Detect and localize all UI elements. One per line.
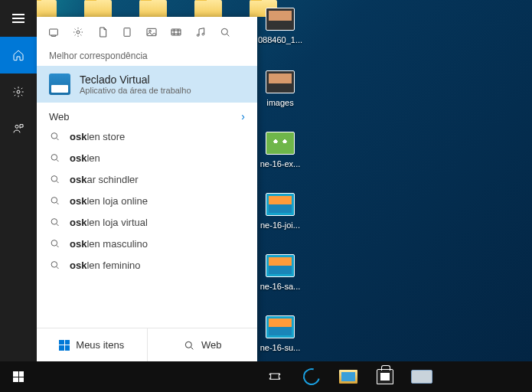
- hamburger-button[interactable]: [0, 0, 37, 37]
- desktop-icon-label: ne-16-joi...: [257, 220, 303, 230]
- svg-rect-4: [124, 28, 130, 37]
- search-icon: [49, 216, 60, 228]
- desktop-icon-label: ne-16-sa...: [257, 282, 303, 292]
- web-suggestion[interactable]: osklen store: [37, 126, 257, 147]
- desktop-icon[interactable]: images: [257, 69, 303, 108]
- web-suggestion[interactable]: osklen: [37, 147, 257, 168]
- filter-search-icon[interactable]: [214, 21, 236, 43]
- web-suggestion[interactable]: osklen masculino: [37, 233, 257, 254]
- desktop-icon[interactable]: 088460_1...: [257, 6, 303, 45]
- keyboard-icon: [411, 370, 432, 384]
- desktop-icon[interactable]: ne-16-joi...: [257, 191, 303, 230]
- file-thumb-icon: [266, 193, 295, 216]
- rail-settings-button[interactable]: [0, 74, 37, 110]
- svg-point-16: [51, 240, 57, 247]
- task-view-button[interactable]: [257, 361, 292, 392]
- task-view-icon: [269, 371, 281, 383]
- desktop-icon[interactable]: ne-16-ex...: [257, 130, 303, 169]
- rail-feedback-button[interactable]: [0, 110, 37, 147]
- tab-my-stuff[interactable]: Meus itens: [37, 328, 148, 361]
- chevron-right-icon[interactable]: ›: [241, 110, 245, 122]
- file-thumb-icon: [266, 8, 295, 31]
- home-icon: [12, 49, 24, 61]
- osk-taskbar-button[interactable]: [404, 361, 439, 392]
- desktop-icon-label: images: [257, 98, 303, 108]
- search-icon: [183, 339, 195, 351]
- file-thumb-icon: [266, 70, 295, 93]
- hamburger-icon: [12, 18, 24, 19]
- search-icon: [49, 152, 60, 164]
- desktop-icon-label: ne-16-ex...: [257, 159, 303, 169]
- suggestion-text: osklen loja online: [70, 195, 148, 207]
- suggestion-text: oskar schindler: [70, 174, 139, 185]
- web-section-header: Web ›: [37, 103, 257, 126]
- svg-point-10: [221, 28, 227, 34]
- file-thumb-icon: [266, 132, 295, 155]
- windows-logo-icon: [59, 340, 70, 351]
- edge-button[interactable]: [294, 361, 329, 392]
- filter-settings-icon[interactable]: [67, 21, 89, 43]
- search-panel: Melhor correspondência Teclado Virtual A…: [37, 17, 257, 361]
- svg-point-17: [51, 262, 57, 268]
- web-suggestion[interactable]: osklen loja virtual: [37, 211, 257, 233]
- rail-home-button[interactable]: [0, 37, 37, 74]
- svg-rect-7: [171, 29, 181, 35]
- file-explorer-button[interactable]: [331, 361, 366, 392]
- search-icon: [49, 259, 60, 271]
- file-explorer-icon: [339, 370, 357, 384]
- tab-my-stuff-label: Meus itens: [76, 339, 124, 351]
- filter-photos-icon[interactable]: [141, 21, 162, 43]
- best-match-result[interactable]: Teclado Virtual Aplicativo da área de tr…: [37, 66, 257, 103]
- web-suggestion[interactable]: osklen feminino: [37, 254, 257, 276]
- svg-rect-2: [50, 29, 58, 35]
- web-suggestion[interactable]: osklen loja online: [37, 190, 257, 211]
- filter-folders-icon[interactable]: [116, 21, 138, 43]
- filter-videos-icon[interactable]: [165, 21, 187, 43]
- search-icon: [49, 130, 60, 142]
- edge-icon: [300, 365, 323, 388]
- file-thumb-icon: [266, 315, 295, 338]
- desktop-icon[interactable]: ne-16-sa...: [257, 253, 303, 292]
- best-match-title: Teclado Virtual: [80, 74, 191, 86]
- best-match-header: Melhor correspondência: [37, 47, 257, 66]
- svg-point-14: [51, 198, 57, 204]
- filter-documents-icon[interactable]: [92, 21, 113, 43]
- svg-point-0: [17, 90, 20, 93]
- suggestion-text: osklen loja virtual: [70, 217, 148, 228]
- web-header-label: Web: [49, 111, 70, 122]
- scope-tabs: Meus itens Web: [37, 328, 257, 361]
- filter-apps-icon[interactable]: [43, 21, 64, 43]
- start-button[interactable]: [0, 361, 37, 392]
- suggestion-text: osklen: [70, 152, 100, 164]
- store-button[interactable]: [367, 361, 403, 392]
- desktop-icon[interactable]: ne-16-su...: [257, 314, 303, 353]
- best-match-subtitle: Aplicativo da área de trabalho: [80, 86, 191, 95]
- filter-bar: [37, 17, 257, 47]
- tab-web[interactable]: Web: [148, 328, 258, 361]
- search-icon: [49, 194, 60, 207]
- store-icon: [377, 369, 393, 384]
- start-left-rail: [0, 0, 37, 361]
- svg-point-3: [77, 31, 80, 34]
- taskbar: [0, 361, 532, 392]
- suggestion-text: osklen store: [70, 131, 125, 142]
- file-thumb-icon: [266, 254, 295, 277]
- svg-point-11: [51, 133, 57, 139]
- filter-music-icon[interactable]: [190, 21, 211, 43]
- svg-point-6: [149, 30, 152, 32]
- search-icon: [49, 173, 60, 185]
- tab-web-label: Web: [201, 339, 222, 351]
- svg-point-18: [185, 341, 191, 348]
- person-chat-icon: [12, 122, 24, 135]
- desktop-icon-label: ne-16-su...: [257, 343, 303, 353]
- svg-rect-19: [271, 374, 279, 379]
- svg-point-12: [51, 155, 57, 161]
- gear-icon: [12, 86, 24, 98]
- onscreen-keyboard-icon: [49, 74, 70, 95]
- web-suggestion[interactable]: oskar schindler: [37, 168, 257, 190]
- svg-point-8: [197, 34, 199, 37]
- svg-point-1: [15, 125, 18, 128]
- suggestion-text: osklen masculino: [70, 238, 148, 250]
- windows-logo-icon: [13, 371, 24, 382]
- svg-point-9: [202, 33, 204, 35]
